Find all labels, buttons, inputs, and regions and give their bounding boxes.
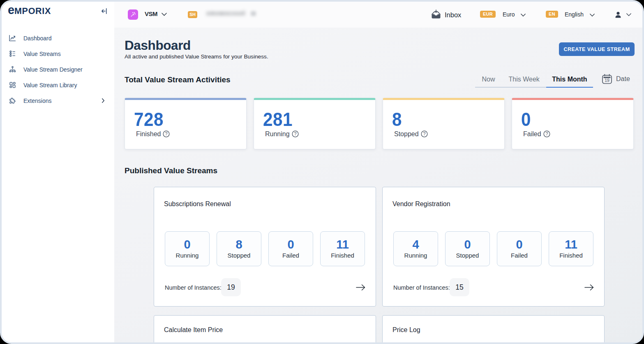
svg-text:?: ? — [423, 131, 425, 136]
svg-text:MPORIX: MPORIX — [14, 6, 51, 16]
svg-text:?: ? — [165, 131, 168, 136]
svg-text:e: e — [8, 4, 14, 16]
svg-text:?: ? — [294, 131, 296, 136]
svg-text:19: 19 — [605, 78, 609, 83]
svg-text:?: ? — [545, 131, 548, 136]
